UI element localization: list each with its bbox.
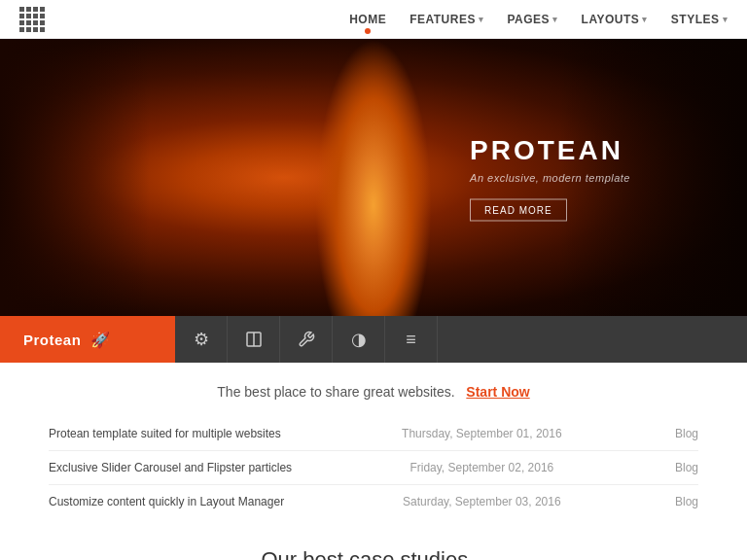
navbar: HOME FEATURES ▾ PAGES ▾ LAYOUTS ▾ STYLES… bbox=[0, 0, 747, 39]
hero-title: PROTEAN bbox=[470, 134, 630, 165]
blog-item-title[interactable]: Exclusive Slider Carousel and Flipster p… bbox=[49, 461, 338, 474]
blog-list-item: Protean template suited for multiple web… bbox=[49, 417, 698, 451]
toolbar-brand-label: Protean bbox=[23, 332, 81, 348]
blog-item-title[interactable]: Protean template suited for multiple web… bbox=[49, 427, 338, 440]
contrast-icon[interactable]: ◑ bbox=[333, 316, 385, 363]
nav-pages[interactable]: PAGES ▾ bbox=[507, 13, 557, 26]
tagline-start-now-link[interactable]: Start Now bbox=[466, 384, 529, 400]
hero-arch-decoration bbox=[315, 39, 432, 316]
case-studies-heading: Our best case studies... bbox=[0, 518, 747, 560]
toolbar: Protean 🚀 ⚙ ◑ ≡ bbox=[0, 316, 747, 363]
toolbar-brand[interactable]: Protean 🚀 bbox=[0, 316, 175, 363]
nav-links: HOME FEATURES ▾ PAGES ▾ LAYOUTS ▾ STYLES… bbox=[349, 13, 728, 26]
blog-item-title[interactable]: Customize content quickly in Layout Mana… bbox=[49, 495, 338, 508]
rocket-icon: 🚀 bbox=[90, 331, 111, 349]
blog-item-category: Blog bbox=[626, 495, 698, 508]
blog-item-date: Friday, September 02, 2016 bbox=[338, 461, 626, 474]
blog-list-item: Exclusive Slider Carousel and Flipster p… bbox=[49, 451, 698, 485]
hero-background bbox=[0, 39, 747, 316]
toolbar-icons: ⚙ ◑ ≡ bbox=[175, 316, 747, 363]
blog-item-category: Blog bbox=[626, 461, 698, 474]
chevron-down-icon: ▾ bbox=[479, 15, 484, 24]
nav-logo bbox=[19, 7, 45, 32]
chevron-down-icon: ▾ bbox=[642, 15, 648, 24]
blog-item-category: Blog bbox=[626, 427, 698, 440]
nav-layouts[interactable]: LAYOUTS ▾ bbox=[582, 13, 648, 26]
tagline: The best place to share great websites. … bbox=[0, 363, 747, 417]
chevron-down-icon: ▾ bbox=[723, 15, 729, 24]
chevron-down-icon: ▾ bbox=[552, 15, 558, 24]
settings-icon[interactable]: ⚙ bbox=[175, 316, 228, 363]
blog-list-item: Customize content quickly in Layout Mana… bbox=[49, 485, 698, 518]
blog-item-date: Saturday, September 03, 2016 bbox=[338, 495, 626, 508]
hero-read-more-button[interactable]: READ MORE bbox=[470, 198, 567, 221]
wrench-icon[interactable] bbox=[280, 316, 333, 363]
blog-list: Protean template suited for multiple web… bbox=[0, 417, 747, 518]
nav-home[interactable]: HOME bbox=[349, 13, 386, 26]
hero-section: PROTEAN An exclusive, modern template RE… bbox=[0, 39, 747, 316]
hero-content: PROTEAN An exclusive, modern template RE… bbox=[470, 134, 630, 221]
tagline-text: The best place to share great websites. bbox=[217, 384, 454, 400]
blog-item-date: Thursday, September 01, 2016 bbox=[338, 427, 626, 440]
nav-features[interactable]: FEATURES ▾ bbox=[409, 13, 483, 26]
layout-icon[interactable] bbox=[228, 316, 280, 363]
hero-subtitle: An exclusive, modern template bbox=[470, 171, 630, 183]
menu-icon[interactable]: ≡ bbox=[385, 316, 438, 363]
nav-styles[interactable]: STYLES ▾ bbox=[671, 13, 728, 26]
